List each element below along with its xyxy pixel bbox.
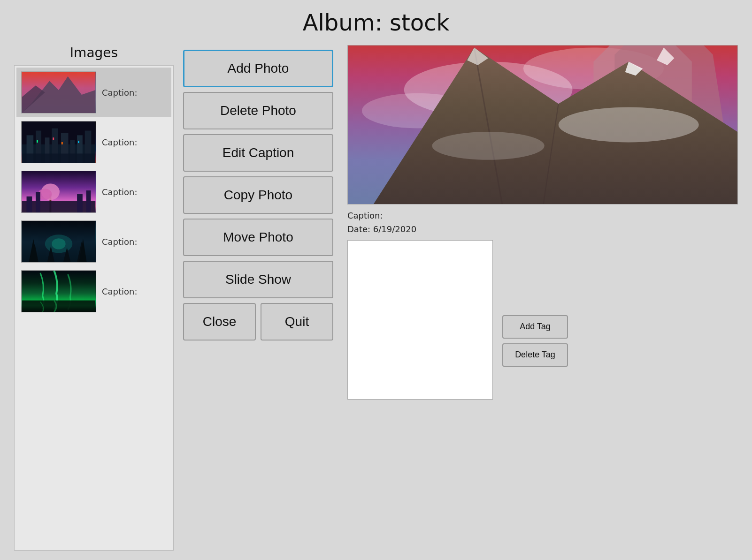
- list-item[interactable]: Caption:: [16, 217, 171, 266]
- delete-photo-button[interactable]: Delete Photo: [183, 92, 333, 129]
- thumbnail-0: [21, 71, 96, 114]
- svg-rect-15: [61, 142, 63, 144]
- page-title: Album: stock: [14, 9, 738, 36]
- move-photo-button[interactable]: Move Photo: [183, 219, 333, 256]
- svg-rect-25: [77, 194, 83, 212]
- photo-date: Date: 6/19/2020: [347, 223, 738, 236]
- close-button[interactable]: Close: [183, 303, 256, 341]
- delete-tag-button[interactable]: Delete Tag: [502, 343, 568, 367]
- photo-info: Caption: Date: 6/19/2020: [347, 209, 738, 236]
- thumbnail-3: [21, 220, 96, 263]
- svg-rect-14: [53, 137, 54, 140]
- image-caption-1: Caption:: [102, 137, 138, 147]
- images-panel-label: Images: [70, 45, 118, 61]
- svg-point-51: [432, 132, 544, 160]
- svg-rect-37: [22, 301, 95, 312]
- image-caption-3: Caption:: [102, 237, 138, 247]
- add-photo-button[interactable]: Add Photo: [183, 50, 333, 87]
- edit-caption-button[interactable]: Edit Caption: [183, 134, 333, 172]
- svg-rect-26: [86, 190, 91, 212]
- main-photo-display: [347, 45, 738, 204]
- photo-panel: Caption: Date: 6/19/2020 Add Tag Delete …: [347, 45, 738, 551]
- list-item[interactable]: Caption:: [16, 117, 171, 167]
- svg-rect-13: [37, 140, 38, 143]
- images-panel: Images: [14, 45, 174, 551]
- add-tag-button[interactable]: Add Tag: [502, 315, 568, 339]
- image-caption-4: Caption:: [102, 287, 138, 296]
- list-item[interactable]: Caption:: [16, 167, 171, 217]
- svg-rect-23: [27, 197, 32, 212]
- buttons-panel: Add Photo Delete Photo Edit Caption Copy…: [183, 45, 333, 551]
- images-list[interactable]: Caption:: [14, 65, 174, 551]
- svg-rect-16: [78, 141, 79, 143]
- thumbnail-2: [21, 171, 96, 213]
- slide-show-button[interactable]: Slide Show: [183, 261, 333, 298]
- thumbnail-1: [21, 121, 96, 163]
- image-caption-0: Caption:: [102, 88, 138, 98]
- thumbnail-4: [21, 270, 96, 312]
- list-item[interactable]: Caption:: [16, 68, 171, 117]
- tags-area: Add Tag Delete Tag: [347, 240, 738, 400]
- svg-rect-17: [22, 153, 95, 163]
- copy-photo-button[interactable]: Copy Photo: [183, 176, 333, 214]
- image-caption-2: Caption:: [102, 187, 138, 197]
- svg-point-29: [52, 238, 65, 249]
- tag-buttons-panel: Add Tag Delete Tag: [502, 315, 568, 367]
- bottom-buttons-row: Close Quit: [183, 303, 333, 341]
- svg-point-50: [559, 107, 699, 143]
- tags-textarea[interactable]: [347, 240, 493, 400]
- quit-button[interactable]: Quit: [261, 303, 333, 341]
- photo-caption: Caption:: [347, 209, 738, 223]
- svg-rect-22: [22, 201, 95, 212]
- list-item[interactable]: Caption:: [16, 266, 171, 316]
- svg-rect-24: [36, 192, 40, 212]
